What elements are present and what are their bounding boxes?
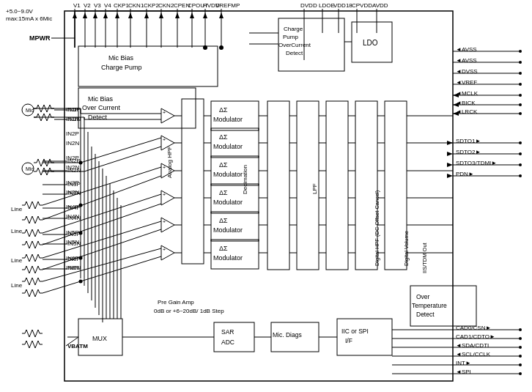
svg-point-121 <box>519 50 522 53</box>
line4-label: Line <box>11 282 23 289</box>
sar-adc-label2: ADC <box>221 339 234 346</box>
in4p-pin: IN4P <box>67 204 81 211</box>
svg-text:+: + <box>163 192 166 197</box>
in2n-pin: IN2N <box>67 167 81 174</box>
svg-point-129 <box>519 94 522 97</box>
svg-point-141 <box>519 174 522 177</box>
iic-spi-label2: I/F <box>345 337 352 344</box>
diagram-container: +5.0~9.0V max:15mA x 6Mic V1 V2 V3 V4 CK… <box>0 0 532 392</box>
pin-ckn1: CKN1 <box>128 2 144 9</box>
sdto3-label: SDTO3/TDMI► <box>456 160 497 166</box>
svg-text:+: + <box>163 247 166 252</box>
line2-label: Line <box>11 228 23 234</box>
cp-overcurrent-label1: Charge <box>284 26 303 32</box>
svg-point-149 <box>519 355 522 358</box>
svg-text:+: + <box>163 110 166 115</box>
svg-point-191 <box>79 280 83 284</box>
sda-label: ◄SDA/CDTI <box>456 342 489 349</box>
mic-diags-label1: Mic. Diags <box>273 331 302 339</box>
svg-point-143 <box>519 328 522 331</box>
analog-hpf-label: Analog HPF <box>166 147 173 178</box>
svg-point-123 <box>519 61 522 64</box>
in2p-label: IN2P <box>66 130 79 137</box>
in3n-pin: IN3N <box>67 190 81 196</box>
ds-mod3-label2: Modulator <box>213 171 243 178</box>
scl-label: ◄SCL/CCLK <box>456 351 491 358</box>
svg-point-137 <box>519 152 522 155</box>
cad1-label: CAD1/CDTO► <box>456 333 495 340</box>
svg-point-125 <box>519 72 522 75</box>
avss2-label: ◄AVSS <box>456 57 477 64</box>
spi-label: ◄SPI <box>456 369 471 375</box>
ldo-label: LDO <box>363 39 378 47</box>
cp-overcurrent-label2: Pump <box>283 34 298 40</box>
pre-gain-amp-values: 0dB or +6~20dB/ 1dB Step <box>154 308 224 314</box>
dvss-label: ◄DVSS <box>456 68 478 75</box>
mpwr-label: MPWR <box>29 34 51 42</box>
iic-spi-label1: IIC or SPI <box>341 328 369 335</box>
mclk-label: ◄MCLK <box>456 90 479 97</box>
svg-text:+: + <box>163 137 166 142</box>
cp-overcurrent-label4: Detect <box>286 50 303 56</box>
ds-mod2-label1: ΔΣ <box>219 133 228 141</box>
bick-label: ◄BICK <box>456 100 476 106</box>
in2n-label: IN2N <box>66 140 79 147</box>
in1p-pin: IN1P <box>67 106 81 113</box>
line1-label: Line <box>11 206 23 212</box>
sdto1-label: SDTO1► <box>456 138 481 144</box>
in6p-pin: IN6P <box>67 256 81 262</box>
cad0-label: CAD0/CSN► <box>456 325 491 331</box>
svg-point-139 <box>519 163 522 166</box>
mic2-symbol: Mic <box>26 166 34 171</box>
ds-mod6-label1: ΔΣ <box>219 245 228 252</box>
sdto2-label: SDTO2► <box>456 149 481 155</box>
pin-avdd: AVDD <box>372 2 388 9</box>
ds-mod4-label2: Modulator <box>213 199 243 206</box>
cp-overcurrent-label3: OverCurrent <box>278 42 311 48</box>
svg-text:+: + <box>163 165 166 170</box>
pin-dvdd: DVDD <box>300 2 317 9</box>
pin-v4: V4 <box>104 2 111 9</box>
mic1-symbol: Mic <box>26 108 34 113</box>
pdn-label: PDN► <box>456 171 474 177</box>
ds-mod1-label2: Modulator <box>213 116 243 123</box>
over-temp-label3: Detect <box>416 311 435 318</box>
svg-point-153 <box>519 372 522 375</box>
sar-adc-label1: SAR <box>221 328 234 336</box>
pin-ckp1: CKP1 <box>114 2 129 9</box>
in5p-pin: IN5P <box>67 231 81 237</box>
decimation-label: Decimation <box>242 165 248 194</box>
svg-text:+: + <box>163 219 166 224</box>
pin-v2: V2 <box>84 2 91 9</box>
int-label: INT► <box>456 360 471 366</box>
iis-tdm-label: IIS/TDM Out <box>421 242 428 273</box>
pin-ckn2: CKN2 <box>158 2 174 9</box>
in3p-pin: IN3P <box>67 181 81 188</box>
in5n-pin: IN5N <box>67 240 81 247</box>
svg-point-19 <box>219 45 223 50</box>
avss1-label: ◄AVSS <box>456 46 477 53</box>
svg-point-145 <box>519 337 522 340</box>
supply-voltage: +5.0~9.0V <box>6 8 34 15</box>
line3-label: Line <box>11 257 23 264</box>
lrck-label: ◄LRCK <box>456 108 478 115</box>
over-temp-label2: Temperature <box>412 302 447 309</box>
ds-mod3-label1: ΔΣ <box>219 161 228 169</box>
ds-mod5-label1: ΔΣ <box>219 217 228 224</box>
over-temp-label1: Over <box>416 293 430 300</box>
mic-bias-overcurrent-label2: Over Current <box>82 104 121 111</box>
mic-bias-charge-pump-label2: Charge Pump <box>101 64 142 71</box>
pin-vrefmp: VREFMP <box>215 2 240 9</box>
ds-mod2-label2: Modulator <box>213 143 243 150</box>
vref-label: ◄VREF <box>456 79 477 86</box>
pin-ckp2: CKP2 <box>144 2 159 9</box>
ds-mod6-label2: Modulator <box>213 254 243 262</box>
lpf-label: LPF <box>311 183 318 194</box>
pin-v1: V1 <box>73 2 81 9</box>
pin-v3: V3 <box>94 2 101 9</box>
svg-point-133 <box>519 112 522 115</box>
ds-mod5-label2: Modulator <box>213 226 243 234</box>
svg-point-151 <box>519 363 522 366</box>
pin-ldoe: LDOE <box>319 2 335 9</box>
ds-mod1-label1: ΔΣ <box>219 106 228 114</box>
